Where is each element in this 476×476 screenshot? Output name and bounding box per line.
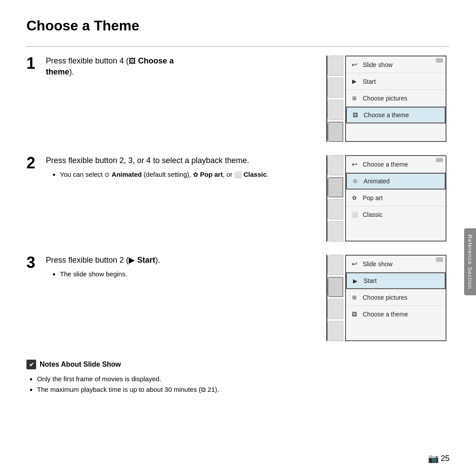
menu-item-2-classic[interactable]: ⬜ Classic (346, 206, 446, 223)
popart-icon: ✿ (350, 193, 359, 203)
camera-btn-1-1[interactable] (327, 56, 343, 76)
camera-buttons-3 (327, 255, 343, 341)
menu-item-1-theme[interactable]: 🖼 Choose a theme (346, 107, 446, 123)
divider-top (26, 46, 450, 47)
camera-btn-3-4[interactable] (327, 321, 343, 341)
camera-btn-2-1[interactable] (327, 155, 343, 175)
menu-item-3-theme[interactable]: 🖼 Choose a theme (346, 306, 446, 323)
menu-label-3-theme: Choose a theme (363, 311, 408, 318)
step-2-text-block: 2 Press flexible button 2, 3, or 4 to se… (26, 155, 313, 181)
step-3-content: Press flexible button 2 (▶ Start). The s… (46, 255, 160, 280)
note-bullet-2: The maximum playback time is up to about… (37, 384, 450, 395)
camera-buttons-1 (327, 56, 343, 142)
camera-btn-2-2[interactable] (327, 177, 343, 197)
animated-icon: ⊙ (350, 176, 360, 186)
step-2-bullets: You can select ⊙ Animated (default setti… (51, 170, 268, 180)
camera-btn-2-3[interactable] (327, 199, 343, 219)
back-icon-1: ↩ (350, 60, 359, 70)
menu-label-2-theme: Choose a theme (363, 161, 408, 168)
menu-label-1-theme: Choose a theme (364, 112, 409, 119)
menu-item-2-popart[interactable]: ✿ Pop art (346, 190, 446, 206)
grid-icon-3: ⊞ (350, 293, 359, 302)
notes-section: ✔ Notes About Slide Show Only the first … (26, 354, 450, 395)
notes-title: Notes About Slide Show (40, 361, 121, 368)
theme-icon-3: 🖼 (350, 309, 359, 319)
menu-panel-1: ↩ Slide show ▶ Start ⊞ Choose pictures 🖼… (345, 56, 446, 142)
notes-bullets: Only the first frame of movies is displa… (26, 374, 450, 395)
step-2-row: 2 Press flexible button 2, 3, or 4 to se… (26, 155, 450, 242)
step-1-description: Press flexible button 4 (🖼 Choose atheme… (46, 56, 174, 78)
step-2-bullet-1: You can select ⊙ Animated (default setti… (60, 170, 268, 180)
menu-panel-3: ↩ Slide show ▶ Start ⊞ Choose pictures 🖼… (345, 255, 446, 341)
step-1-content: Press flexible button 4 (🖼 Choose atheme… (46, 56, 174, 81)
menu-item-3-start[interactable]: ▶ Start (346, 272, 446, 289)
page: Choose a Theme 1 Press flexible button 4… (0, 0, 476, 476)
step-3-bullets: The slide show begins. (51, 269, 160, 279)
menu-label-2-classic: Classic (363, 211, 383, 218)
page-num-text: 25 (441, 454, 450, 463)
menu-label-1-pictures: Choose pictures (363, 95, 407, 102)
step-2-description: Press flexible button 2, 3, or 4 to sele… (46, 155, 268, 166)
step-2-content: Press flexible button 2, 3, or 4 to sele… (46, 155, 268, 181)
step-3-bullet-1: The slide show begins. (60, 269, 160, 279)
back-icon-3: ↩ (350, 259, 359, 269)
camera-panel-3: ↩ Slide show ▶ Start ⊞ Choose pictures 🖼… (326, 255, 450, 341)
panel-indicator-1 (436, 58, 443, 63)
step-3-text-block: 3 Press flexible button 2 (▶ Start). The… (26, 255, 313, 280)
step-1-row: 1 Press flexible button 4 (🖼 Choose athe… (26, 56, 450, 142)
menu-panel-3-inner: ↩ Slide show ▶ Start ⊞ Choose pictures 🖼… (346, 256, 446, 323)
camera-btn-3-2[interactable] (327, 277, 343, 297)
menu-label-1-start: Start (363, 78, 376, 85)
page-number: 📷 25 (428, 453, 450, 464)
theme-icon-1: 🖼 (350, 110, 360, 120)
page-title: Choose a Theme (26, 18, 450, 34)
menu-panel-1-inner: ↩ Slide show ▶ Start ⊞ Choose pictures 🖼… (346, 56, 446, 123)
back-icon-2: ↩ (350, 160, 359, 169)
note-bullet-1: Only the first frame of movies is displa… (37, 374, 450, 384)
menu-item-3-pictures[interactable]: ⊞ Choose pictures (346, 289, 446, 306)
camera-btn-1-3[interactable] (327, 100, 343, 120)
camera-btn-3-1[interactable] (327, 255, 343, 275)
step-3-row: 3 Press flexible button 2 (▶ Start). The… (26, 255, 450, 341)
play-icon-1: ▶ (350, 77, 359, 86)
notes-header: ✔ Notes About Slide Show (26, 360, 450, 369)
menu-panel-2-inner: ↩ Choose a theme ⊙ Animated ✿ Pop art ⬜ … (346, 156, 446, 223)
classic-icon: ⬜ (350, 210, 359, 219)
notes-icon: ✔ (26, 360, 36, 369)
camera-icon-page: 📷 (428, 453, 439, 464)
grid-icon-1: ⊞ (350, 93, 359, 103)
reference-tab: Reference Section (464, 228, 476, 295)
play-icon-step3: ▶ (129, 256, 135, 264)
step-2-number: 2 (26, 155, 40, 171)
camera-btn-3-3[interactable] (327, 299, 343, 319)
step-3-number: 3 (26, 255, 40, 271)
panel-indicator-2 (436, 158, 443, 162)
camera-btn-1-4[interactable] (327, 122, 343, 142)
play-icon-3: ▶ (350, 276, 360, 286)
step-1-bold: Choose atheme (46, 56, 174, 76)
camera-panel-2: ↩ Choose a theme ⊙ Animated ✿ Pop art ⬜ … (326, 155, 450, 242)
menu-item-2-animated[interactable]: ⊙ Animated (346, 173, 446, 190)
menu-label-2-animated: Animated (364, 178, 390, 185)
panel-indicator-3 (436, 257, 443, 262)
menu-item-1-start[interactable]: ▶ Start (346, 73, 446, 90)
step-1-text-block: 1 Press flexible button 4 (🖼 Choose athe… (26, 56, 313, 81)
camera-panel-1: ↩ Slide show ▶ Start ⊞ Choose pictures 🖼… (326, 56, 450, 142)
menu-label-3-pictures: Choose pictures (363, 294, 407, 301)
step-3-description: Press flexible button 2 (▶ Start). (46, 255, 160, 266)
step-1-icon: 🖼 (129, 57, 136, 65)
menu-item-1-pictures[interactable]: ⊞ Choose pictures (346, 90, 446, 107)
menu-item-1-slideshow[interactable]: ↩ Slide show (346, 56, 446, 73)
menu-label-3-start: Start (364, 277, 377, 284)
menu-label-2-popart: Pop art (363, 194, 383, 201)
camera-btn-1-2[interactable] (327, 78, 343, 98)
menu-item-2-theme[interactable]: ↩ Choose a theme (346, 156, 446, 173)
menu-item-3-slideshow[interactable]: ↩ Slide show (346, 256, 446, 272)
camera-buttons-2 (327, 155, 343, 242)
step-1-number: 1 (26, 56, 40, 71)
menu-panel-2: ↩ Choose a theme ⊙ Animated ✿ Pop art ⬜ … (345, 155, 446, 242)
menu-label-1-slideshow: Slide show (363, 61, 393, 68)
menu-label-3-slideshow: Slide show (363, 260, 393, 268)
camera-btn-2-4[interactable] (327, 221, 343, 242)
